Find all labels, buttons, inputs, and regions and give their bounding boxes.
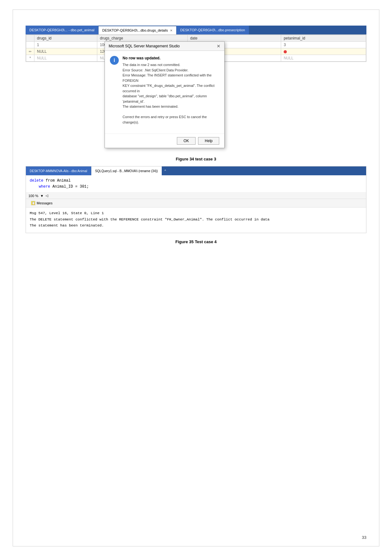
message-line-2: The DELETE statement conflicted with the… xyxy=(30,216,362,223)
message-text-2: The DELETE statement conflicted with the… xyxy=(30,217,269,221)
message-line-1: Msg 547, Level 16, State 0, Line 1 xyxy=(30,210,362,216)
cell-petanimal-id-1[interactable]: 3 xyxy=(281,42,366,48)
sql-keyword-where: where xyxy=(39,184,50,189)
row-indicator-3: * xyxy=(26,55,34,62)
zoom-controls: ◁ xyxy=(45,194,48,198)
messages-tab-label: Messages xyxy=(37,201,52,205)
sql-panel: DESKTOP-MMMNOVA-Alis - dbo:Animal SQLQue… xyxy=(26,166,366,233)
messages-tab-bar: 📋 Messages xyxy=(26,199,366,208)
figure35-caption: Figure 35 Test case 4 xyxy=(26,239,366,244)
ok-button[interactable]: OK xyxy=(177,137,196,145)
figure35-area: DESKTOP-MMMNOVA-Alis - dbo:Animal SQLQue… xyxy=(26,166,366,233)
sql-line-1: delete from Animal xyxy=(30,178,362,184)
figure34-caption: Figure 34 test case 3 xyxy=(26,157,366,161)
grid-col-indicator xyxy=(26,35,34,42)
error-modal: Microsoft SQL Server Management Studio ✕… xyxy=(105,41,225,148)
sql-from-animal: from Animal xyxy=(45,178,70,183)
messages-content: Msg 547, Level 16, State 0, Line 1 The D… xyxy=(26,208,366,233)
cell-drugs-id-1[interactable]: 1 xyxy=(34,42,97,48)
pencil-icon: ✏ xyxy=(29,50,32,53)
error-dot-2 xyxy=(284,50,287,53)
page-number: 33 xyxy=(362,535,366,540)
zoom-dropdown-icon[interactable]: ▼ xyxy=(40,194,44,198)
row-indicator-1 xyxy=(26,42,34,48)
tab-presecription-label: DESKTOP-QER8GH3\...dbo.presecription xyxy=(180,28,245,32)
modal-title: Microsoft SQL Server Management Studio xyxy=(109,44,180,48)
modal-title-bar: Microsoft SQL Server Management Studio ✕ xyxy=(105,42,224,51)
zoom-level: 100 % xyxy=(28,194,38,198)
tab-presecription[interactable]: DESKTOP-QER8GH3\...dbo.presecription xyxy=(177,26,249,34)
grid-col-drugs-id: drugs_id xyxy=(34,35,97,42)
modal-close-button[interactable]: ✕ xyxy=(217,44,220,49)
zoom-bar: 100 % ▼ ◁ xyxy=(26,193,366,199)
message-text-3: The statement has been terminated. xyxy=(30,223,104,227)
grid-col-drugs-charge: drugs_charge xyxy=(97,35,188,42)
tabs-caret: ^ xyxy=(162,169,169,173)
modal-text-block: No row was updated. The data in row 2 wa… xyxy=(123,56,219,125)
tab-drugs-details-close[interactable]: ✕ xyxy=(170,29,172,32)
tab-drugs-details[interactable]: DESKTOP-QER8GH3\...dbo.drugs_details ✕ xyxy=(99,26,177,34)
row-indicator-2: ✏ xyxy=(26,48,34,55)
message-line-3: The statement has been terminated. xyxy=(30,222,362,229)
modal-detail-text: The data in row 2 was not committed. Err… xyxy=(123,62,219,125)
cell-petanimal-id-2[interactable] xyxy=(281,48,366,55)
tab-drugs-details-label: DESKTOP-QER8GH3\...dbo.drugs_details xyxy=(102,28,168,32)
sql-where-clause: Animal_ID = 301; xyxy=(52,184,89,189)
info-icon: i xyxy=(110,56,119,65)
help-button[interactable]: Help xyxy=(198,137,219,145)
modal-body: i No row was updated. The data in row 2 … xyxy=(105,51,224,134)
modal-footer: OK Help xyxy=(105,134,224,148)
page-container: DESKTOP-QER8GH3\... - dbo.pet_animal DES… xyxy=(13,9,379,546)
sql-tab-query[interactable]: SQLQuery1.sql - B...MMOVA\\ (rename (34)… xyxy=(91,166,162,175)
tab-pet-animal[interactable]: DESKTOP-QER8GH3\... - dbo.pet_animal xyxy=(26,26,99,34)
modal-info-row: i No row was updated. The data in row 2 … xyxy=(110,56,219,125)
tab-pet-animal-label: DESKTOP-QER8GH3\... - dbo.pet_animal xyxy=(29,28,94,32)
cell-drugs-id-2[interactable]: NULL xyxy=(34,48,97,55)
cell-petanimal-id-3[interactable]: NULL xyxy=(281,55,366,62)
messages-icon: 📋 xyxy=(31,201,35,205)
asterisk-icon: * xyxy=(29,56,31,60)
cell-drugs-id-3[interactable]: NULL xyxy=(34,55,97,62)
messages-tab[interactable]: 📋 Messages xyxy=(28,200,55,206)
figure34-area: DESKTOP-QER8GH3\... - dbo.pet_animal DES… xyxy=(26,26,366,62)
message-text-1: Msg 547, Level 16, State 0, Line 1 xyxy=(30,211,104,215)
sql-keyword-delete: delete xyxy=(30,178,43,183)
sql-tabs-bar: DESKTOP-MMMNOVA-Alis - dbo:Animal SQLQue… xyxy=(26,166,366,175)
modal-main-message: No row was updated. xyxy=(123,56,219,60)
sql-editor[interactable]: delete from Animal where Animal_ID = 301… xyxy=(26,175,366,193)
grid-col-date: date xyxy=(187,35,281,42)
sql-tab-animal[interactable]: DESKTOP-MMMNOVA-Alis - dbo:Animal xyxy=(26,166,91,175)
sql-line-2: where Animal_ID = 301; xyxy=(30,184,362,190)
figure34-tabs-bar: DESKTOP-QER8GH3\... - dbo.pet_animal DES… xyxy=(26,26,366,34)
messages-icon-symbol: 📋 xyxy=(32,202,35,205)
grid-col-petanimal-id: petanimal_id xyxy=(281,35,366,42)
